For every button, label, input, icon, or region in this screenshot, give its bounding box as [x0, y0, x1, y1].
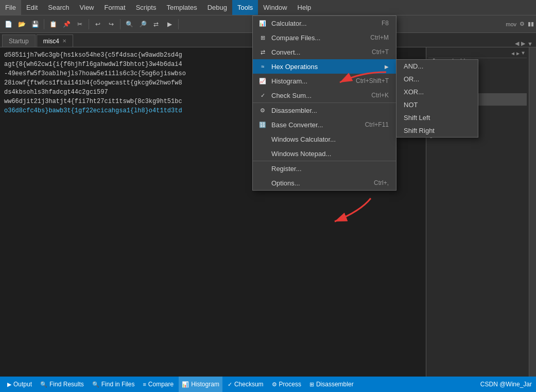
panel-nav: ◀ ▶ ▼: [428, 49, 527, 58]
process-label: Process: [279, 381, 301, 388]
toolbar-open[interactable]: 📂: [15, 18, 28, 30]
editor-line-7: o36d8cfc4bs}bawb3t{1gf22ecicahgsa1{lh8}o…: [4, 106, 422, 115]
find-in-files-label: Find in Files: [101, 381, 135, 388]
panel-labels: B S U: [428, 116, 527, 141]
status-find-in-files[interactable]: 🔍 Find in Files: [89, 377, 138, 392]
editor-line-4: 28iowf{ftw6cs1ftai141h4{o5ogwcastt{gkcg6…: [4, 78, 422, 88]
find-results-icon: 🔍: [40, 381, 47, 388]
panel-line-6: c3bts86h}9ksec: [428, 106, 527, 112]
editor-line-2: agt{8{wh62cw1{i{f6hjhfl6gahwdwlf3bhtot}3…: [4, 60, 422, 69]
menu-format[interactable]: Format: [99, 0, 131, 15]
editor-line-3: -49eesfw5f3oablhejls7hoaw5e1i1ls6c3c{5og…: [4, 69, 422, 78]
panel-nav-right[interactable]: ▶: [516, 50, 520, 57]
toolbar-redo[interactable]: ↪: [105, 18, 117, 30]
toolbar-right: mov ⚙ ▮▮: [506, 21, 534, 27]
editor-area[interactable]: d5851ijh7w6c3gb{hs1kso54he3{c5f4dsac{w9a…: [0, 47, 426, 377]
status-histogram[interactable]: 📊 Histogram: [179, 377, 222, 392]
panel-label-b: B: [428, 116, 527, 124]
checksum-status-label: Checksum: [234, 381, 264, 388]
menu-search[interactable]: Search: [43, 0, 74, 15]
process-icon: ⚙: [272, 381, 277, 388]
tab-startup[interactable]: Startup: [2, 35, 36, 47]
toolbar-undo[interactable]: ↩: [92, 18, 104, 30]
checksum-status-icon: ✓: [228, 381, 232, 388]
panel-label-u: U: [428, 132, 527, 141]
tab-nav-left[interactable]: ◀: [515, 40, 519, 47]
editor-line-6: ww66djit21j3hatjt4{fii7ht27cit1tswb{8c3k…: [4, 97, 422, 106]
menu-window[interactable]: Window: [258, 0, 292, 15]
toolbar: 📄 📂 💾 📋 📌 ✂ ↩ ↪ 🔍 🔎 ⇄ ▶ mov ⚙ ▮▮: [0, 15, 536, 33]
toolbar-new[interactable]: 📄: [2, 18, 14, 30]
toolbar-paste[interactable]: 📌: [60, 18, 73, 30]
toolbar-search2[interactable]: 🔎: [136, 18, 149, 30]
compare-status-label: Compare: [148, 381, 174, 388]
histogram-status-label: Histogram: [191, 381, 219, 388]
toolbar-next[interactable]: ▶: [163, 18, 176, 30]
tab-nav-dropdown[interactable]: ▼: [527, 41, 533, 47]
compare-status-icon: ≡: [143, 381, 146, 387]
panel-line-3: 8ciae2sfsbdaoc: [428, 71, 527, 77]
toolbar-cut[interactable]: ✂: [74, 18, 86, 30]
toolbar-sep-3: [120, 19, 120, 29]
menu-view[interactable]: View: [75, 0, 99, 15]
menu-debug[interactable]: Debug: [202, 0, 232, 15]
status-bar: ▶ Output 🔍 Find Results 🔍 Find in Files …: [0, 377, 536, 392]
status-disassembler[interactable]: ⊞ Disassembler: [306, 377, 357, 392]
panel-nav-left[interactable]: ◀: [511, 50, 514, 57]
menu-bar: File Edit Search View Format Scripts Tem…: [0, 0, 536, 15]
toolbar-sep-1: [44, 19, 44, 29]
disassembler-status-icon: ⊞: [309, 381, 314, 388]
toolbar-replace[interactable]: ⇄: [150, 18, 162, 30]
find-in-files-icon: 🔍: [92, 381, 99, 388]
menu-scripts[interactable]: Scripts: [131, 0, 162, 15]
output-label: Output: [13, 381, 32, 388]
tab-nav-right[interactable]: ▶: [521, 40, 525, 47]
histogram-status-icon: 📊: [182, 381, 189, 388]
tab-nav-buttons: ◀ ▶ ▼: [515, 40, 536, 47]
panel-line-4: cd7befbkhk1ogt: [428, 77, 527, 83]
menu-file[interactable]: File: [0, 0, 21, 15]
panel-nav-close[interactable]: ▼: [522, 50, 525, 57]
panel-selection: [428, 93, 527, 106]
toolbar-sep-4: [178, 19, 179, 29]
menu-edit[interactable]: Edit: [21, 0, 43, 15]
editor-line-5: ds4kbsohls3hfadcgt44c2gci597: [4, 88, 422, 97]
status-compare[interactable]: ≡ Compare: [140, 377, 177, 392]
toolbar-sep-2: [89, 19, 89, 29]
panel-line-2: 3{tie2jbead1o{: [428, 64, 527, 71]
panel-label-s: S: [428, 124, 527, 132]
status-checksum[interactable]: ✓ Checksum: [224, 377, 267, 392]
main-area: d5851ijh7w6c3gb{hs1kso54he3{c5f4dsac{w9a…: [0, 47, 536, 377]
menu-templates[interactable]: Templates: [161, 0, 202, 15]
status-output[interactable]: ▶ Output: [4, 377, 35, 392]
tab-bar: Startup misc4 ✕ ◀ ▶ ▼: [0, 33, 536, 47]
toolbar-copy[interactable]: 📋: [47, 18, 59, 30]
tab-close-misc4[interactable]: ✕: [62, 38, 66, 44]
output-icon: ▶: [7, 381, 11, 388]
status-find-results[interactable]: 🔍 Find Results: [37, 377, 87, 392]
find-results-label: Find Results: [49, 381, 84, 388]
editor-line-1: d5851ijh7w6c3gb{hs1kso54he3{c5f4dsac{w9a…: [4, 50, 422, 60]
toolbar-save[interactable]: 💾: [29, 18, 41, 30]
disassembler-status-label: Disassembler: [316, 381, 354, 388]
menu-help[interactable]: Help: [292, 0, 317, 15]
status-right-text: CSDN @Wine_Jar: [480, 381, 532, 388]
menu-tools[interactable]: Tools: [232, 0, 258, 15]
toolbar-search[interactable]: 🔍: [123, 18, 135, 30]
tab-misc4[interactable]: misc4 ✕: [37, 35, 73, 47]
status-process[interactable]: ⚙ Process: [269, 377, 304, 392]
vertical-scrollbar[interactable]: [529, 47, 536, 377]
right-panel: ◀ ▶ ▼ gfc4557hsjj2oa 3{tie2jbead1o{ 8cia…: [426, 47, 529, 377]
panel-line-1: gfc4557hsjj2oa: [428, 58, 527, 64]
